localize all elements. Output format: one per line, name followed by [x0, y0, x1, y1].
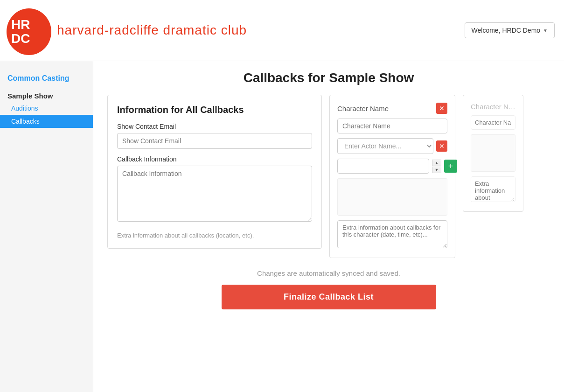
callback-info-label: Callback Information — [117, 155, 312, 163]
sidebar-item-callbacks[interactable]: Callbacks — [0, 115, 93, 128]
time-input[interactable] — [337, 159, 429, 174]
welcome-label: Welcome, HRDC Demo — [472, 27, 541, 34]
character-card: Character Name ✕ Enter Actor Name... ✕ — [329, 95, 455, 258]
info-card-hint: Extra information about all callbacks (l… — [117, 232, 312, 239]
page-title: Callbacks for Sample Show — [107, 70, 550, 85]
actor-select[interactable]: Enter Actor Name... — [337, 138, 433, 154]
sidebar-section-title: Common Casting — [0, 70, 93, 88]
cards-row: Information for All Callbacks Show Conta… — [107, 95, 550, 258]
x-icon: ✕ — [439, 105, 445, 112]
add-time-button[interactable]: + — [444, 160, 457, 173]
partial-char-name-input[interactable] — [471, 115, 515, 130]
org-name: harvard-radcliffe dramatic club — [57, 23, 247, 38]
time-row: ▲ ▼ + — [337, 159, 447, 174]
plus-icon: + — [448, 161, 453, 171]
logo-area: HR DC harvard-radcliffe dramatic club — [5, 5, 247, 56]
partial-char-label: Character Nam — [471, 103, 515, 111]
sidebar-show-title: Sample Show — [0, 88, 93, 102]
char-slots-area — [337, 178, 447, 216]
actor-row: Enter Actor Name... ✕ — [337, 138, 447, 154]
remove-actor-button[interactable]: ✕ — [436, 140, 447, 152]
info-card: Information for All Callbacks Show Conta… — [107, 95, 322, 249]
main-content: Callbacks for Sample Show Information fo… — [93, 61, 564, 392]
sidebar: Common Casting Sample Show Auditions Cal… — [0, 61, 93, 392]
x-icon-actor: ✕ — [439, 142, 445, 150]
bottom-section: Changes are automatically synced and sav… — [107, 269, 550, 309]
character-card-header: Character Name ✕ — [337, 103, 447, 114]
partial-slots-area — [471, 134, 515, 172]
partial-extra-info-textarea[interactable] — [471, 176, 515, 202]
callback-info-textarea[interactable] — [117, 166, 312, 222]
char-extra-info-textarea[interactable] — [337, 220, 447, 248]
finalize-button[interactable]: Finalize Callback List — [222, 285, 436, 309]
svg-text:DC: DC — [11, 31, 30, 46]
partial-character-card: Character Nam — [463, 95, 523, 212]
welcome-dropdown[interactable]: Welcome, HRDC Demo ▼ — [465, 22, 555, 38]
remove-character-button[interactable]: ✕ — [436, 103, 447, 114]
spinner-controls: ▲ ▼ — [432, 160, 441, 173]
layout: Common Casting Sample Show Auditions Cal… — [0, 61, 564, 392]
character-name-label: Character Name — [337, 105, 389, 112]
contact-email-label: Show Contact Email — [117, 123, 312, 130]
caret-icon: ▼ — [543, 28, 548, 33]
hrdc-logo: HR DC — [5, 5, 51, 56]
sidebar-item-auditions[interactable]: Auditions — [0, 102, 93, 115]
contact-email-input[interactable] — [117, 133, 312, 149]
spinner-down[interactable]: ▼ — [432, 167, 441, 173]
header: HR DC harvard-radcliffe dramatic club We… — [0, 0, 564, 61]
sync-message: Changes are automatically synced and sav… — [107, 269, 550, 277]
svg-text:HR: HR — [11, 17, 30, 32]
spinner-up[interactable]: ▲ — [432, 160, 441, 166]
info-card-title: Information for All Callbacks — [117, 105, 312, 115]
character-name-input[interactable] — [337, 119, 447, 133]
